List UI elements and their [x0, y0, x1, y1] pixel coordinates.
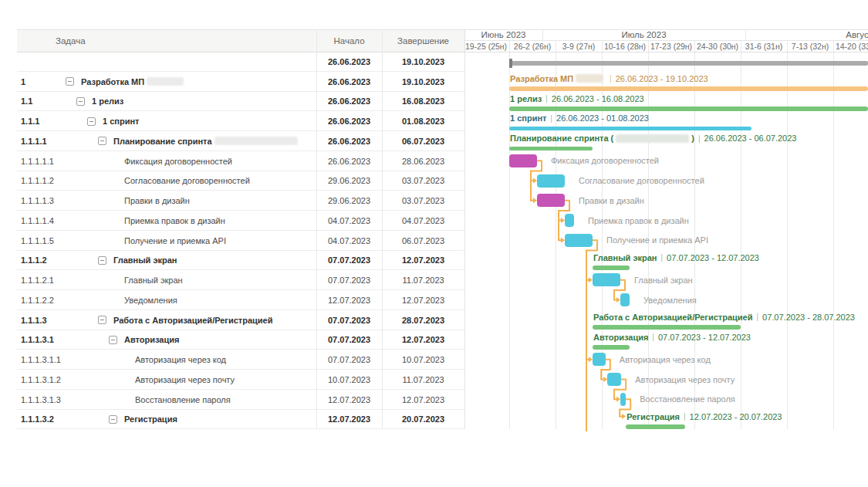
- task-end-date[interactable]: 28.07.2023: [382, 310, 464, 330]
- group-label[interactable]: Планирование спринта ()|26.06.2023 - 06.…: [510, 133, 796, 144]
- task-start-date[interactable]: 12.07.2023: [316, 290, 382, 310]
- task-bar[interactable]: [593, 273, 620, 286]
- task-bar[interactable]: [537, 174, 565, 188]
- task-name[interactable]: Приемка правок в дизайн: [124, 211, 225, 231]
- task-name[interactable]: Авторизация через код: [135, 350, 226, 370]
- task-end-date[interactable]: 12.07.2023: [382, 330, 464, 350]
- task-end-date[interactable]: 16.08.2023: [382, 92, 464, 112]
- table-row[interactable]: 1.1.1.1.4Приемка правок в дизайн04.07.20…: [17, 211, 464, 231]
- table-row[interactable]: 1.1.1.1.3Правки в дизайн29.06.202303.07.…: [17, 191, 464, 211]
- task-name[interactable]: Главный экран: [113, 251, 177, 271]
- task-end-date[interactable]: 12.07.2023: [382, 251, 464, 271]
- collapse-button[interactable]: [109, 415, 117, 424]
- task-start-date[interactable]: 07.07.2023: [316, 310, 382, 330]
- task-start-date[interactable]: 04.07.2023: [316, 211, 382, 231]
- task-start-date[interactable]: 26.06.2023: [316, 111, 382, 131]
- task-start-date[interactable]: 12.07.2023: [316, 410, 382, 430]
- task-start-date[interactable]: 07.07.2023: [316, 270, 382, 290]
- task-name[interactable]: Планирование спринта: [113, 131, 300, 151]
- summary-bar[interactable]: [509, 61, 868, 66]
- collapse-button[interactable]: [87, 117, 96, 126]
- group-label[interactable]: 1 спринт|26.06.2023 - 01.08.2023: [510, 113, 649, 123]
- task-end-date[interactable]: 06.07.2023: [382, 231, 464, 251]
- task-start-date[interactable]: 12.07.2023: [316, 390, 382, 410]
- collapse-button[interactable]: [66, 77, 74, 86]
- table-row[interactable]: 1.1.1.3.1.1Авторизация через код07.07.20…: [17, 350, 464, 370]
- task-name[interactable]: Получение и приемка API: [124, 231, 226, 251]
- task-bar[interactable]: [565, 214, 574, 227]
- table-row[interactable]: 1.11 релиз26.06.202316.08.2023: [17, 92, 464, 112]
- collapse-button[interactable]: [76, 97, 85, 106]
- task-name[interactable]: Работа с Авторизацией/Регистрацией: [113, 310, 272, 330]
- task-end-date[interactable]: 11.07.2023: [382, 270, 464, 290]
- collapse-button[interactable]: [98, 256, 106, 265]
- task-start-date[interactable]: 07.07.2023: [316, 330, 382, 350]
- task-start-date[interactable]: 29.06.2023: [316, 191, 382, 211]
- task-start-date[interactable]: 04.07.2023: [316, 231, 382, 251]
- task-name[interactable]: Регистрация: [124, 410, 177, 430]
- task-bar[interactable]: [509, 154, 537, 167]
- task-name[interactable]: Согласование договоренностей: [124, 171, 250, 191]
- table-row[interactable]: 1.1.1.3.2Регистрация12.07.202320.07.2023: [17, 410, 464, 430]
- task-start-date[interactable]: 10.07.2023: [316, 370, 382, 390]
- task-name[interactable]: Разработка МП: [81, 72, 186, 92]
- group-label[interactable]: Работа с Авторизацией/Регистрацией|07.07…: [593, 312, 855, 323]
- task-bar[interactable]: [537, 194, 565, 207]
- task-end-date[interactable]: 19.10.2023: [382, 52, 464, 72]
- group-label[interactable]: 1 релиз|26.06.2023 - 16.08.2023: [510, 93, 644, 104]
- group-progress-bar[interactable]: [509, 147, 593, 151]
- task-name[interactable]: 1 релиз: [92, 92, 123, 112]
- table-row[interactable]: 1.1.1.2.1Главный экран07.07.202311.07.20…: [17, 270, 464, 290]
- task-end-date[interactable]: 06.07.2023: [382, 131, 464, 151]
- task-start-date[interactable]: 07.07.2023: [316, 350, 382, 370]
- group-progress-bar[interactable]: [593, 265, 630, 270]
- task-end-date[interactable]: 12.07.2023: [382, 290, 464, 310]
- task-name[interactable]: Авторизация: [124, 330, 179, 350]
- collapse-button[interactable]: [109, 336, 117, 344]
- table-row[interactable]: 26.06.202319.10.2023: [17, 52, 464, 72]
- task-end-date[interactable]: 03.07.2023: [382, 171, 464, 191]
- task-bar[interactable]: [565, 234, 593, 247]
- task-end-date[interactable]: 03.07.2023: [382, 191, 464, 211]
- group-progress-bar[interactable]: [626, 424, 685, 429]
- group-label[interactable]: Авторизация|07.07.2023 - 12.07.2023: [593, 332, 751, 343]
- group-progress-bar[interactable]: [509, 107, 868, 111]
- task-start-date[interactable]: 26.06.2023: [316, 92, 382, 112]
- task-start-date[interactable]: 26.06.2023: [316, 151, 382, 171]
- task-bar[interactable]: [620, 293, 630, 306]
- table-row[interactable]: 1.1.1.3Работа с Авторизацией/Регистрацие…: [17, 310, 464, 330]
- table-row[interactable]: 1.1.1.2Главный экран07.07.202312.07.2023: [17, 251, 464, 271]
- task-name[interactable]: 1 спринт: [103, 111, 139, 131]
- table-row[interactable]: 1.1.1.3.1.2Авторизация через почту10.07.…: [17, 370, 464, 390]
- task-bar[interactable]: [593, 353, 606, 366]
- table-row[interactable]: 1.1.1.1Планирование спринта26.06.202306.…: [17, 131, 464, 151]
- task-name[interactable]: Главный экран: [124, 270, 183, 290]
- task-end-date[interactable]: 20.07.2023: [382, 410, 464, 430]
- task-end-date[interactable]: 19.10.2023: [382, 72, 464, 92]
- task-end-date[interactable]: 01.08.2023: [382, 111, 464, 131]
- task-end-date[interactable]: 28.06.2023: [382, 151, 464, 171]
- collapse-button[interactable]: [98, 316, 106, 324]
- task-start-date[interactable]: 29.06.2023: [316, 171, 382, 191]
- task-name[interactable]: Восстановление пароля: [135, 390, 231, 410]
- task-start-date[interactable]: 07.07.2023: [316, 251, 382, 271]
- group-label[interactable]: Регистрация|12.07.2023 - 20.07.2023: [627, 411, 782, 422]
- table-row[interactable]: 1.1.1.2.2Уведомления12.07.202312.07.2023: [17, 290, 464, 310]
- task-bar[interactable]: [607, 373, 621, 386]
- table-row[interactable]: 1.1.1.3.1.3Восстановление пароля12.07.20…: [17, 390, 464, 410]
- task-name[interactable]: Правки в дизайн: [124, 191, 190, 211]
- task-bar[interactable]: [620, 393, 626, 406]
- table-row[interactable]: 1.1.1.1.2Согласование договоренностей29.…: [17, 171, 464, 191]
- table-row[interactable]: 1.1.1.3.1Авторизация07.07.202312.07.2023: [17, 330, 464, 350]
- task-name[interactable]: Уведомления: [124, 290, 177, 310]
- task-start-date[interactable]: 26.06.2023: [316, 52, 382, 72]
- task-end-date[interactable]: 12.07.2023: [382, 390, 464, 410]
- table-row[interactable]: 1.1.1.1.5Получение и приемка API04.07.20…: [17, 231, 464, 251]
- task-name[interactable]: Фиксация договоренностей: [124, 151, 232, 171]
- table-row[interactable]: 1Разработка МП26.06.202319.10.2023: [17, 72, 464, 92]
- task-end-date[interactable]: 10.07.2023: [382, 350, 464, 370]
- task-name[interactable]: Авторизация через почту: [135, 370, 235, 390]
- group-progress-bar[interactable]: [593, 345, 630, 350]
- task-start-date[interactable]: 26.06.2023: [316, 72, 382, 92]
- task-end-date[interactable]: 11.07.2023: [382, 370, 464, 390]
